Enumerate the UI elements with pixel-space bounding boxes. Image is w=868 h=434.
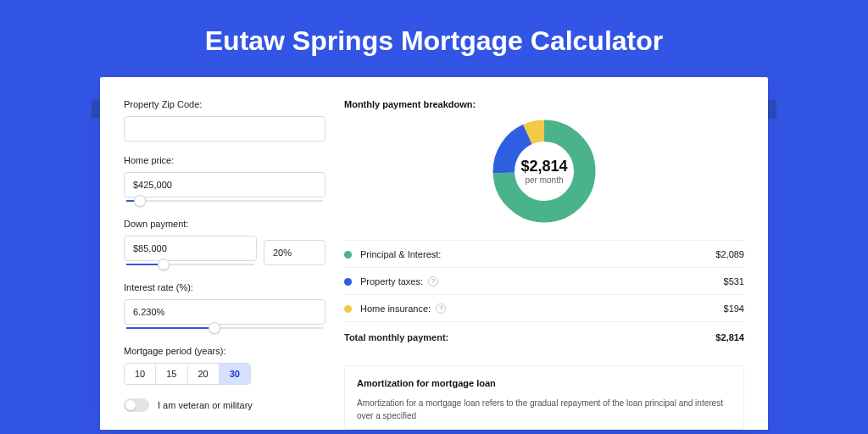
calculator-card: Property Zip Code: Home price: Down paym… bbox=[100, 77, 768, 430]
info-icon[interactable]: ? bbox=[428, 276, 438, 287]
down-payment-slider[interactable] bbox=[124, 260, 257, 269]
zip-label: Property Zip Code: bbox=[124, 99, 326, 109]
breakdown-column: Monthly payment breakdown: $2,814 per mo… bbox=[344, 99, 744, 430]
legend-value: $194 bbox=[724, 303, 744, 314]
interest-rate-input[interactable] bbox=[124, 299, 326, 325]
period-option-30[interactable]: 30 bbox=[219, 364, 250, 384]
form-column: Property Zip Code: Home price: Down paym… bbox=[124, 99, 326, 430]
page-title: Eutaw Springs Mortgage Calculator bbox=[0, 0, 868, 77]
veteran-toggle[interactable] bbox=[124, 398, 149, 412]
home-price-group: Home price: bbox=[124, 155, 326, 205]
legend-label: Principal & Interest: bbox=[360, 249, 441, 259]
legend-row-total: Total monthly payment:$2,814 bbox=[344, 322, 744, 350]
amortization-text: Amortization for a mortgage loan refers … bbox=[357, 397, 732, 422]
legend-value: $2,089 bbox=[715, 249, 744, 259]
interest-rate-group: Interest rate (%): bbox=[124, 282, 326, 332]
period-options: 10152030 bbox=[124, 363, 251, 385]
period-option-20[interactable]: 20 bbox=[187, 364, 219, 384]
legend-label: Total monthly payment: bbox=[344, 332, 448, 342]
donut-chart: $2,814 per month bbox=[344, 118, 744, 225]
period-option-10[interactable]: 10 bbox=[125, 364, 155, 384]
home-price-slider[interactable] bbox=[124, 197, 326, 205]
legend-row: Property taxes:?$531 bbox=[344, 268, 744, 295]
legend-label: Property taxes: bbox=[360, 276, 423, 287]
legend-value: $2,814 bbox=[715, 332, 744, 342]
legend-value: $531 bbox=[724, 276, 744, 287]
zip-input[interactable] bbox=[124, 116, 326, 142]
period-label: Mortgage period (years): bbox=[124, 346, 326, 356]
down-payment-input[interactable] bbox=[124, 236, 257, 261]
period-group: Mortgage period (years): 10152030 bbox=[124, 346, 326, 385]
legend-swatch bbox=[344, 305, 352, 313]
down-payment-pct-input[interactable] bbox=[264, 240, 326, 265]
home-price-label: Home price: bbox=[124, 155, 326, 165]
home-price-input[interactable] bbox=[124, 172, 326, 198]
down-payment-group: Down payment: bbox=[124, 219, 326, 269]
legend-swatch bbox=[344, 251, 352, 259]
period-option-15[interactable]: 15 bbox=[155, 364, 186, 384]
veteran-label: I am veteran or military bbox=[158, 400, 253, 410]
veteran-row: I am veteran or military bbox=[124, 398, 326, 412]
donut-amount: $2,814 bbox=[520, 158, 567, 175]
info-icon[interactable]: ? bbox=[436, 303, 446, 314]
amortization-card: Amortization for mortgage loan Amortizat… bbox=[344, 365, 744, 430]
legend-label: Home insurance: bbox=[360, 303, 431, 314]
down-payment-label: Down payment: bbox=[124, 219, 326, 229]
interest-rate-slider[interactable] bbox=[124, 324, 326, 332]
legend: Principal & Interest:$2,089Property taxe… bbox=[344, 240, 744, 350]
legend-swatch bbox=[344, 278, 352, 286]
interest-rate-label: Interest rate (%): bbox=[124, 282, 326, 292]
legend-row: Principal & Interest:$2,089 bbox=[344, 241, 744, 268]
zip-group: Property Zip Code: bbox=[124, 99, 326, 142]
breakdown-title: Monthly payment breakdown: bbox=[344, 99, 744, 109]
legend-row: Home insurance:?$194 bbox=[344, 295, 744, 322]
amortization-title: Amortization for mortgage loan bbox=[357, 378, 732, 388]
donut-sub: per month bbox=[525, 175, 563, 185]
